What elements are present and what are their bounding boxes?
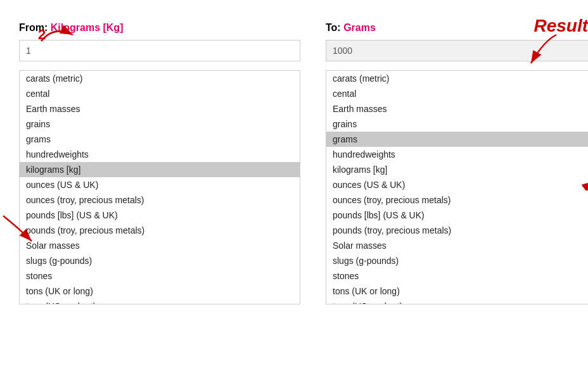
arrow-1-svg <box>0 209 44 260</box>
list-item[interactable]: grains <box>20 116 300 132</box>
to-unit: Grams <box>343 22 376 33</box>
list-item[interactable]: tons (US or short) <box>20 299 300 304</box>
arrow-3-svg <box>582 153 588 190</box>
list-item[interactable]: ounces (troy, precious metals) <box>20 192 300 208</box>
list-item[interactable]: grains <box>326 116 588 132</box>
list-item[interactable]: tons (US or short) <box>326 299 588 304</box>
list-item[interactable]: kilograms [kg] <box>20 162 300 177</box>
list-item[interactable]: stones <box>326 268 588 284</box>
list-item[interactable]: tons (UK or long) <box>326 284 588 299</box>
list-item[interactable]: ounces (US & UK) <box>20 177 300 192</box>
list-item[interactable]: ounces (troy, precious metals) <box>326 192 588 208</box>
list-item[interactable]: pounds (troy, precious metals) <box>326 223 588 238</box>
result-arrow-svg <box>493 28 569 79</box>
from-unit-list[interactable]: carats (metric)centalEarth massesgrainsg… <box>19 70 300 304</box>
to-unit-list[interactable]: carats (metric)centalEarth massesgrainsg… <box>326 70 588 304</box>
list-item[interactable]: cental <box>326 86 588 101</box>
list-item[interactable]: Earth masses <box>326 101 588 116</box>
list-item[interactable]: carats (metric) <box>20 71 300 86</box>
list-item[interactable]: hundredweights <box>326 147 588 162</box>
list-item[interactable]: Solar masses <box>20 238 300 253</box>
list-item[interactable]: grams <box>326 132 588 147</box>
list-item[interactable]: ounces (US & UK) <box>326 177 588 192</box>
list-item[interactable]: pounds (troy, precious metals) <box>20 223 300 238</box>
list-item[interactable]: pounds [lbs] (US & UK) <box>326 208 588 223</box>
list-item[interactable]: tons (UK or long) <box>20 284 300 299</box>
to-label: To: <box>326 22 341 33</box>
annotation-2-number: 2 <box>38 27 46 43</box>
list-item[interactable]: pounds [lbs] (US & UK) <box>20 208 300 223</box>
list-item[interactable]: cental <box>20 86 300 101</box>
list-item[interactable]: Earth masses <box>20 101 300 116</box>
list-item[interactable]: slugs (g-pounds) <box>326 253 588 268</box>
list-item[interactable]: stones <box>20 268 300 284</box>
list-item[interactable]: Solar masses <box>326 238 588 253</box>
list-item[interactable]: slugs (g-pounds) <box>20 253 300 268</box>
list-item[interactable]: kilograms [kg] <box>326 162 588 177</box>
list-item[interactable]: grams <box>20 132 300 147</box>
from-panel: From: Kilograms [Kg] carats (metric)cent… <box>19 22 300 304</box>
list-item[interactable]: hundredweights <box>20 147 300 162</box>
result-label: Result <box>534 16 588 36</box>
